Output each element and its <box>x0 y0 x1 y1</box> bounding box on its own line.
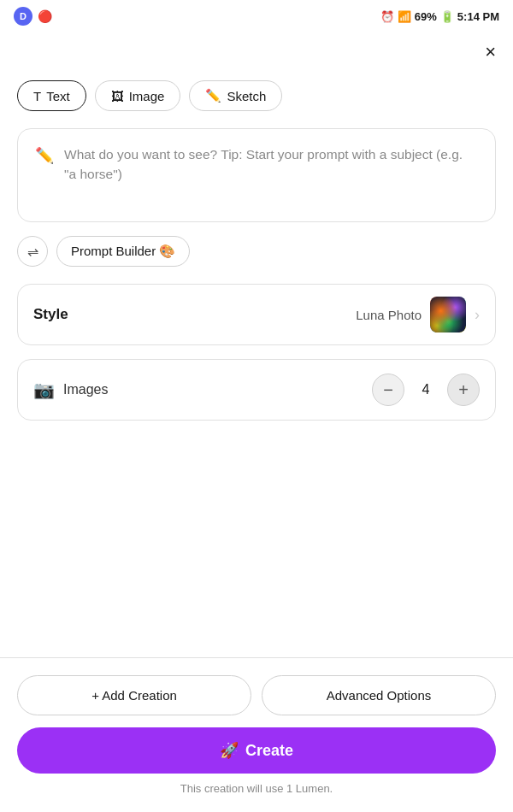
create-rocket-icon: 🚀 <box>220 741 239 760</box>
tab-sketch-label: Sketch <box>227 89 266 103</box>
bottom-section: + Add Creation Advanced Options 🚀 Create… <box>0 657 513 812</box>
style-value: Luna Photo <box>356 308 422 322</box>
discord-icon: D <box>14 7 32 26</box>
bottom-buttons: + Add Creation Advanced Options <box>17 675 496 715</box>
images-left: 📷 Images <box>33 380 108 400</box>
prompt-builder-row: ⇌ Prompt Builder 🎨 <box>17 236 496 267</box>
image-count-value: 4 <box>404 382 447 397</box>
main-content: T Text 🖼 Image ✏️ Sketch ✏️ What do you … <box>0 29 513 421</box>
sketch-tab-icon: ✏️ <box>205 88 221 103</box>
add-creation-button[interactable]: + Add Creation <box>17 675 251 715</box>
shuffle-button[interactable]: ⇌ <box>17 236 48 267</box>
increment-button[interactable]: + <box>447 374 480 406</box>
tab-image[interactable]: 🖼 Image <box>95 80 181 111</box>
tab-text-label: Text <box>46 89 70 103</box>
prompt-card[interactable]: ✏️ What do you want to see? Tip: Start y… <box>17 128 496 222</box>
tab-image-label: Image <box>129 89 165 103</box>
status-left: D 🔴 <box>14 7 52 26</box>
notification-icon: 🔴 <box>38 9 52 23</box>
images-label: Images <box>63 382 108 397</box>
tab-text[interactable]: T Text <box>17 80 86 111</box>
style-right: Luna Photo › <box>356 297 480 332</box>
close-button[interactable]: × <box>485 43 496 62</box>
style-thumbnail <box>430 297 466 332</box>
advanced-options-button[interactable]: Advanced Options <box>262 675 496 715</box>
battery-percent: 69% <box>415 10 437 23</box>
battery-icon: 🔋 <box>440 10 454 23</box>
tab-sketch[interactable]: ✏️ Sketch <box>189 80 282 111</box>
style-label: Style <box>33 306 68 323</box>
bottom-divider <box>0 657 513 658</box>
status-bar: D 🔴 ⏰ 📶 69% 🔋 5:14 PM <box>0 0 513 29</box>
chevron-right-icon: › <box>475 306 480 324</box>
text-tab-icon: T <box>33 89 41 103</box>
shuffle-icon: ⇌ <box>27 244 38 260</box>
prompt-builder-label: Prompt Builder 🎨 <box>71 244 175 259</box>
image-tab-icon: 🖼 <box>111 89 124 103</box>
images-card: 📷 Images − 4 + <box>17 359 496 421</box>
image-count-stepper: − 4 + <box>372 374 480 406</box>
camera-icon: 📷 <box>33 380 55 400</box>
wifi-icon: 📶 <box>398 10 411 23</box>
lumen-note: This creation will use 1 Lumen. <box>17 782 496 795</box>
tab-row: T Text 🖼 Image ✏️ Sketch <box>17 80 496 111</box>
alarm-icon: ⏰ <box>380 10 394 23</box>
style-thumb-image <box>430 297 466 332</box>
style-card[interactable]: Style Luna Photo › <box>17 284 496 345</box>
status-right: ⏰ 📶 69% 🔋 5:14 PM <box>380 10 499 23</box>
create-label: Create <box>245 742 293 760</box>
create-button[interactable]: 🚀 Create <box>17 727 496 774</box>
pencil-icon: ✏️ <box>35 146 54 165</box>
prompt-builder-button[interactable]: Prompt Builder 🎨 <box>56 236 190 267</box>
clock: 5:14 PM <box>457 10 499 23</box>
decrement-button[interactable]: − <box>372 374 404 406</box>
prompt-placeholder: What do you want to see? Tip: Start your… <box>64 144 478 185</box>
